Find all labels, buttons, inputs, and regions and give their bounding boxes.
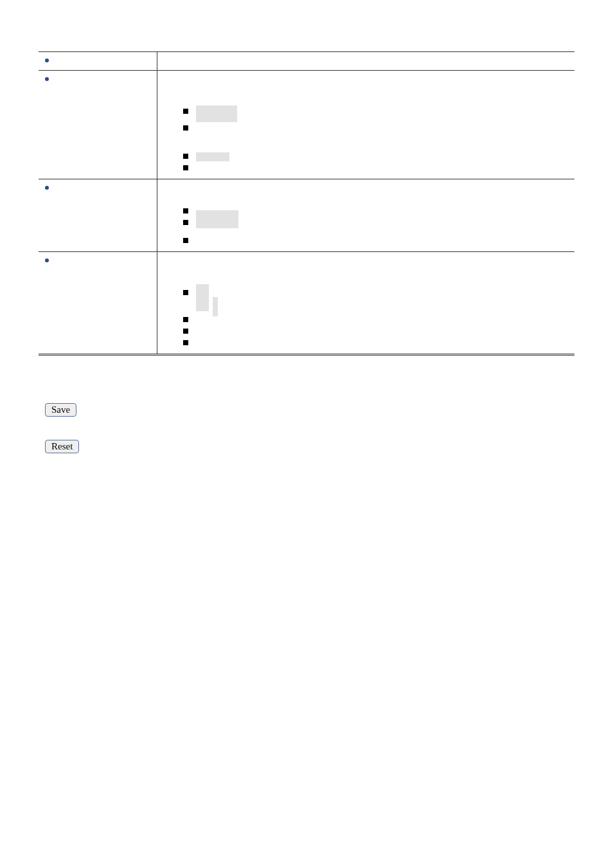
table-row [39,52,574,71]
desc-block [183,105,574,174]
sub-item [183,122,574,134]
sub-item [183,314,574,325]
row-label-cell [39,71,157,179]
sub-list [183,205,574,246]
sub-item [183,205,574,217]
sub-item [183,325,574,337]
sub-item [183,150,574,162]
placeholder-icon [196,210,238,228]
row-label-cell [39,52,157,71]
row-desc-cell [157,179,575,252]
sub-list [183,287,574,348]
reset-button[interactable]: Reset [45,440,79,453]
disc-bullet-icon [45,59,49,62]
row-desc-cell [157,252,575,355]
table-row [39,252,574,355]
row-desc-cell [157,52,575,71]
table-row [39,179,574,252]
placeholder-icon [196,105,237,122]
sub-item [183,105,574,122]
row-label-cell [39,252,157,355]
sub-item [183,287,574,314]
row-desc-cell [157,71,575,179]
sub-item [183,217,574,235]
disc-bullet-icon [45,77,49,81]
sub-item [183,235,574,246]
sub-list [183,105,574,174]
disc-bullet-icon [45,258,49,262]
placeholder-icon [196,284,209,311]
definition-table [39,51,574,356]
desc-block [183,287,574,348]
disc-bullet-icon [45,186,49,190]
save-button[interactable]: Save [45,403,76,417]
sub-item [183,337,574,348]
row-label-cell [39,179,157,252]
table-row [39,71,574,179]
placeholder-icon [196,152,229,161]
page-container: Save Reset [0,0,613,515]
buttons-area: Save Reset [45,403,574,453]
sub-item [183,162,574,174]
desc-block [183,205,574,246]
